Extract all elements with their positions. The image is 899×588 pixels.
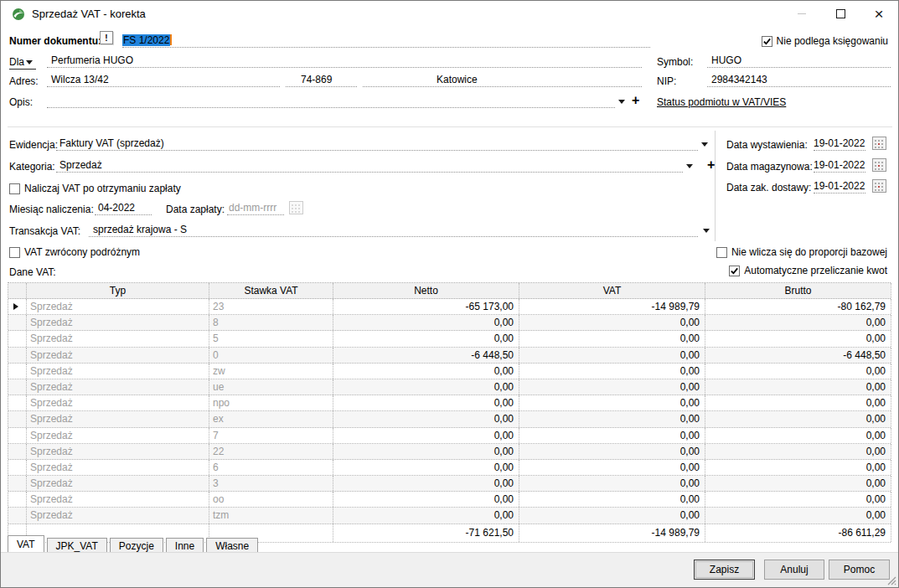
cell-vat[interactable]: 0,00 bbox=[519, 492, 705, 507]
cell-typ[interactable]: Sprzedaż bbox=[27, 508, 209, 523]
cell-typ[interactable]: Sprzedaż bbox=[27, 364, 209, 379]
cell-typ[interactable]: Sprzedaż bbox=[27, 348, 209, 363]
zapisz-button[interactable]: Zapisz bbox=[694, 560, 755, 580]
cell-brutto[interactable]: 0,00 bbox=[705, 428, 891, 443]
table-row[interactable]: Sprzedażoo0,000,000,00 bbox=[8, 492, 891, 508]
header-typ[interactable]: Typ bbox=[27, 283, 209, 298]
title-bar[interactable]: Sprzedaż VAT - korekta × bbox=[1, 1, 898, 27]
kategoria-field[interactable]: Sprzedaż bbox=[56, 158, 683, 173]
cell-stawka[interactable]: ue bbox=[209, 379, 333, 395]
cell-typ[interactable]: Sprzedaż bbox=[27, 315, 209, 330]
tab-vat[interactable]: VAT bbox=[8, 535, 44, 554]
header-netto[interactable]: Netto bbox=[333, 283, 519, 298]
ewidencja-field[interactable]: Faktury VAT (sprzedaż) bbox=[56, 137, 698, 151]
cell-netto[interactable]: 0,00 bbox=[333, 492, 519, 507]
adres-ulica-field[interactable]: Wilcza 13/42 bbox=[47, 73, 280, 87]
table-row[interactable]: Sprzedaż50,000,000,00 bbox=[8, 331, 891, 347]
cell-stawka[interactable]: oo bbox=[209, 492, 333, 507]
table-row[interactable]: Sprzedaż70,000,000,00 bbox=[8, 428, 891, 444]
cell-typ[interactable]: Sprzedaż bbox=[27, 331, 209, 346]
cell-vat[interactable]: 0,00 bbox=[519, 411, 705, 426]
cell-vat[interactable]: 0,00 bbox=[519, 395, 705, 410]
transakcja-vat-field[interactable]: sprzedaż krajowa - S bbox=[89, 223, 698, 237]
table-row[interactable]: Sprzedażnpo0,000,000,00 bbox=[8, 395, 891, 411]
cell-netto[interactable]: 0,00 bbox=[333, 460, 519, 475]
cell-stawka[interactable]: 23 bbox=[209, 299, 333, 314]
cell-vat[interactable]: 0,00 bbox=[519, 444, 705, 459]
close-button[interactable]: × bbox=[860, 1, 898, 27]
cell-stawka[interactable]: 6 bbox=[209, 460, 333, 475]
cell-netto[interactable]: 0,00 bbox=[333, 508, 519, 523]
vat-vies-status-link[interactable]: Status podmiotu w VAT/VIES bbox=[657, 96, 786, 108]
row-marker-cell[interactable] bbox=[8, 508, 27, 523]
row-marker-cell[interactable] bbox=[8, 476, 27, 491]
row-marker-cell[interactable] bbox=[8, 460, 27, 475]
row-marker-cell[interactable] bbox=[8, 428, 27, 443]
pomoc-button[interactable]: Pomoc bbox=[829, 560, 890, 580]
row-marker-cell[interactable] bbox=[8, 331, 27, 346]
cell-netto[interactable]: 0,00 bbox=[333, 379, 519, 395]
cell-stawka[interactable]: 3 bbox=[209, 476, 333, 491]
data-zak-dostawy-field[interactable]: 19-01-2022 bbox=[814, 179, 865, 193]
cell-vat[interactable]: -14 989,79 bbox=[519, 299, 705, 314]
cell-stawka[interactable]: npo bbox=[209, 395, 333, 410]
cell-stawka[interactable]: 22 bbox=[209, 444, 333, 459]
cell-stawka[interactable]: 0 bbox=[209, 348, 333, 363]
cell-typ[interactable]: Sprzedaż bbox=[27, 299, 209, 314]
data-magazynowa-calendar-icon[interactable] bbox=[872, 158, 886, 172]
cell-vat[interactable]: 0,00 bbox=[519, 331, 705, 346]
dla-field[interactable]: Perfumeria HUGO bbox=[47, 54, 642, 68]
cell-brutto[interactable]: 0,00 bbox=[705, 331, 891, 346]
kategoria-dropdown-arrow-icon[interactable] bbox=[686, 164, 693, 172]
cell-vat[interactable]: 0,00 bbox=[519, 315, 705, 330]
automatyczne-przeliczanie-checkbox[interactable]: Automatyczne przeliczanie kwot bbox=[729, 265, 887, 276]
maximize-button[interactable] bbox=[821, 1, 860, 27]
cell-netto[interactable]: 0,00 bbox=[333, 428, 519, 443]
cell-typ[interactable]: Sprzedaż bbox=[27, 444, 209, 459]
nie-wlicza-proporcji-checkbox[interactable]: Nie wlicza się do proporcji bazowej bbox=[716, 246, 887, 258]
kategoria-add-button[interactable]: + bbox=[707, 159, 715, 171]
data-magazynowa-field[interactable]: 19-01-2022 bbox=[814, 158, 865, 173]
data-zak-dostawy-calendar-icon[interactable] bbox=[872, 179, 886, 193]
cell-brutto[interactable]: 0,00 bbox=[705, 444, 891, 459]
minimize-button[interactable] bbox=[783, 1, 821, 27]
cell-stawka[interactable]: ex bbox=[209, 411, 333, 426]
adres-miasto-field[interactable]: Katowice bbox=[363, 73, 642, 87]
cell-typ[interactable]: Sprzedaż bbox=[27, 379, 209, 395]
miesiac-naliczenia-field[interactable]: 04-2022 bbox=[95, 201, 152, 215]
cell-typ[interactable]: Sprzedaż bbox=[27, 428, 209, 443]
cell-netto[interactable]: 0,00 bbox=[333, 364, 519, 379]
table-row[interactable]: Sprzedażue0,000,000,00 bbox=[8, 379, 891, 395]
resize-grip[interactable] bbox=[886, 575, 896, 585]
data-zaplaty-field[interactable]: dd-mm-rrrr bbox=[227, 201, 284, 215]
adres-kod-field[interactable]: 74-869 bbox=[286, 73, 357, 87]
row-marker-cell[interactable] bbox=[8, 348, 27, 363]
row-marker-cell[interactable] bbox=[8, 299, 27, 314]
cell-brutto[interactable]: 0,00 bbox=[705, 476, 891, 491]
cell-netto[interactable]: 0,00 bbox=[333, 476, 519, 491]
cell-typ[interactable]: Sprzedaż bbox=[27, 476, 209, 491]
dane-vat-table[interactable]: Typ Stawka VAT Netto VAT Brutto Sprzedaż… bbox=[8, 282, 891, 543]
cell-brutto[interactable]: 0,00 bbox=[705, 379, 891, 395]
table-row[interactable]: Sprzedaż220,000,000,00 bbox=[8, 444, 891, 460]
cell-brutto[interactable]: 0,00 bbox=[705, 315, 891, 330]
cell-typ[interactable]: Sprzedaż bbox=[27, 395, 209, 410]
cell-brutto[interactable]: 0,00 bbox=[705, 460, 891, 475]
header-vat[interactable]: VAT bbox=[519, 283, 705, 298]
cell-brutto[interactable]: 0,00 bbox=[705, 411, 891, 426]
row-marker-cell[interactable] bbox=[8, 411, 27, 426]
data-wystawienia-calendar-icon[interactable] bbox=[872, 137, 886, 150]
table-row[interactable]: Sprzedażzw0,000,000,00 bbox=[8, 364, 891, 379]
row-marker-cell[interactable] bbox=[8, 444, 27, 459]
cell-stawka[interactable]: 8 bbox=[209, 315, 333, 330]
cell-typ[interactable]: Sprzedaż bbox=[27, 411, 209, 426]
document-number-options-button[interactable]: ! bbox=[100, 31, 113, 44]
row-marker-cell[interactable] bbox=[8, 364, 27, 379]
header-brutto[interactable]: Brutto bbox=[705, 283, 891, 298]
nie-podlega-ksiegowaniu-checkbox[interactable]: Nie podlega księgowaniu bbox=[762, 35, 888, 47]
cell-netto[interactable]: 0,00 bbox=[333, 411, 519, 426]
cell-brutto[interactable]: -6 448,50 bbox=[705, 348, 891, 363]
cell-vat[interactable]: 0,00 bbox=[519, 364, 705, 379]
row-marker-cell[interactable] bbox=[8, 315, 27, 330]
ewidencja-dropdown-arrow-icon[interactable] bbox=[701, 142, 708, 150]
